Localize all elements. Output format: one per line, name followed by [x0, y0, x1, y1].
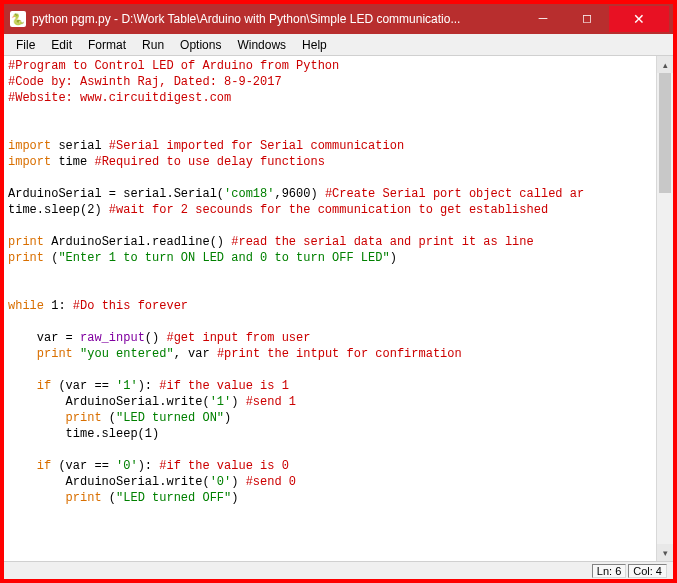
code-text: var =	[8, 331, 80, 345]
maximize-button[interactable]: ◻	[565, 6, 609, 30]
code-text: time	[51, 155, 94, 169]
code-text: ):	[138, 459, 160, 473]
code-text	[8, 459, 37, 473]
comment: #wait for 2 secounds for the communicati…	[109, 203, 548, 217]
code-text: (var ==	[51, 459, 116, 473]
keyword: print	[8, 235, 44, 249]
keyword: print	[8, 251, 44, 265]
code-text	[8, 379, 37, 393]
comment: #Program to Control LED of Arduino from …	[8, 59, 339, 73]
scroll-up-icon[interactable]: ▴	[657, 56, 673, 73]
code-text: (	[102, 491, 116, 505]
code-text: ArduinoSerial = serial.Serial(	[8, 187, 224, 201]
comment: #Required to use delay functions	[94, 155, 324, 169]
code-text: ):	[138, 379, 160, 393]
comment: #read the serial data and print it as li…	[231, 235, 533, 249]
code-text: (var ==	[51, 379, 116, 393]
string: '1'	[210, 395, 232, 409]
statusbar: Ln: 6 Col: 4	[4, 561, 673, 579]
code-text	[73, 347, 80, 361]
code-text: time.sleep(2)	[8, 203, 109, 217]
menubar: File Edit Format Run Options Windows Hel…	[4, 34, 673, 56]
keyword: import	[8, 139, 51, 153]
titlebar: 🐍 python pgm.py - D:\Work Table\Arduino …	[4, 4, 673, 34]
comment: #Serial imported for Serial communicatio…	[109, 139, 404, 153]
code-text: )	[231, 475, 245, 489]
scroll-track[interactable]	[657, 73, 673, 544]
keyword: import	[8, 155, 51, 169]
menu-file[interactable]: File	[8, 36, 43, 54]
scroll-down-icon[interactable]: ▾	[657, 544, 673, 561]
window-buttons: ─ ◻ ✕	[521, 6, 669, 32]
window-title: python pgm.py - D:\Work Table\Arduino wi…	[32, 12, 521, 26]
scroll-thumb[interactable]	[659, 73, 671, 193]
code-text	[8, 491, 66, 505]
comment: #if the value is 0	[159, 459, 289, 473]
keyword: print	[66, 491, 102, 505]
editor-area: #Program to Control LED of Arduino from …	[4, 56, 673, 561]
code-text: ArduinoSerial.readline()	[44, 235, 231, 249]
code-text: , var	[174, 347, 217, 361]
code-text: ()	[145, 331, 167, 345]
keyword: print	[66, 411, 102, 425]
menu-format[interactable]: Format	[80, 36, 134, 54]
code-text: serial	[51, 139, 109, 153]
code-text: ArduinoSerial.write(	[8, 475, 210, 489]
code-text: )	[224, 411, 231, 425]
comment: #Website: www.circuitdigest.com	[8, 91, 231, 105]
string: "Enter 1 to turn ON LED and 0 to turn OF…	[58, 251, 389, 265]
string: 'com18'	[224, 187, 274, 201]
code-text: )	[231, 395, 245, 409]
menu-run[interactable]: Run	[134, 36, 172, 54]
comment: #send 1	[246, 395, 296, 409]
code-text: ArduinoSerial.write(	[8, 395, 210, 409]
keyword: if	[37, 379, 51, 393]
code-text: )	[231, 491, 238, 505]
builtin: raw_input	[80, 331, 145, 345]
code-text: 1:	[44, 299, 73, 313]
string: '1'	[116, 379, 138, 393]
menu-help[interactable]: Help	[294, 36, 335, 54]
code-text: time.sleep(1)	[8, 427, 159, 441]
menu-windows[interactable]: Windows	[229, 36, 294, 54]
code-text: (	[44, 251, 58, 265]
code-text: )	[390, 251, 397, 265]
comment: #Do this forever	[73, 299, 188, 313]
code-text	[8, 347, 37, 361]
python-idle-icon: 🐍	[10, 11, 26, 27]
string: '0'	[116, 459, 138, 473]
menu-options[interactable]: Options	[172, 36, 229, 54]
comment: #Create Serial port object called ar	[325, 187, 584, 201]
comment: #send 0	[246, 475, 296, 489]
keyword: while	[8, 299, 44, 313]
keyword: if	[37, 459, 51, 473]
keyword: print	[37, 347, 73, 361]
code-text	[8, 411, 66, 425]
status-line: Ln: 6	[592, 564, 626, 578]
comment: #if the value is 1	[159, 379, 289, 393]
close-button[interactable]: ✕	[609, 6, 669, 32]
status-col: Col: 4	[628, 564, 667, 578]
comment: #Code by: Aswinth Raj, Dated: 8-9-2017	[8, 75, 282, 89]
vertical-scrollbar[interactable]: ▴ ▾	[656, 56, 673, 561]
minimize-button[interactable]: ─	[521, 6, 565, 30]
code-text: (	[102, 411, 116, 425]
code-editor[interactable]: #Program to Control LED of Arduino from …	[4, 56, 656, 561]
string: "you entered"	[80, 347, 174, 361]
comment: #print the intput for confirmation	[217, 347, 462, 361]
menu-edit[interactable]: Edit	[43, 36, 80, 54]
string: "LED turned ON"	[116, 411, 224, 425]
string: '0'	[210, 475, 232, 489]
comment: #get input from user	[166, 331, 310, 345]
string: "LED turned OFF"	[116, 491, 231, 505]
code-text: ,9600)	[274, 187, 324, 201]
